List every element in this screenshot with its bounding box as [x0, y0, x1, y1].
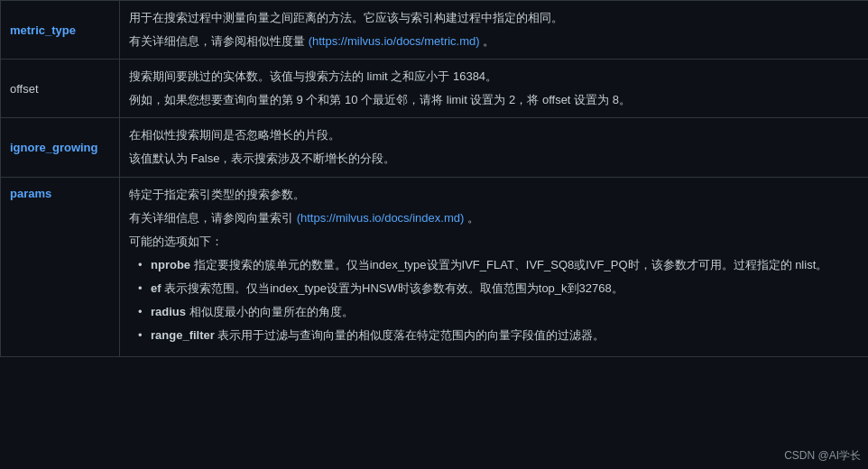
link-params[interactable]: (https://milvus.io/docs/index.md): [297, 211, 465, 225]
bullet-item: nprobe 指定要搜索的簇单元的数量。仅当index_type设置为IVF_F…: [138, 255, 859, 275]
bullet-item: ef 表示搜索范围。仅当index_type设置为HNSW时该参数有效。取值范围…: [138, 279, 859, 299]
row-name-metric_type: metric_type: [1, 1, 120, 60]
bullet-item: radius 相似度最小的向量所在的角度。: [138, 302, 859, 322]
row-desc-ignore_growing: 在相似性搜索期间是否忽略增长的片段。该值默认为 False，表示搜索涉及不断增长…: [120, 118, 869, 177]
row-name-params: params: [1, 177, 120, 357]
row-desc-metric_type: 用于在搜索过程中测量向量之间距离的方法。它应该与索引构建过程中指定的相同。有关详…: [120, 1, 869, 60]
row-name-ignore_growing: ignore_growing: [1, 118, 120, 177]
link-metric_type[interactable]: (https://milvus.io/docs/metric.md): [309, 34, 480, 48]
row-desc-offset: 搜索期间要跳过的实体数。该值与搜索方法的 limit 之和应小于 16384。例…: [120, 60, 869, 118]
row-name-offset: offset: [1, 60, 120, 118]
watermark: CSDN @AI学长: [784, 448, 861, 464]
bullet-item: range_filter 表示用于过滤与查询向量的相似度落在特定范围内的向量字段…: [138, 326, 859, 345]
row-desc-params: 特定于指定索引类型的搜索参数。有关详细信息，请参阅向量索引 (https://m…: [120, 177, 869, 357]
